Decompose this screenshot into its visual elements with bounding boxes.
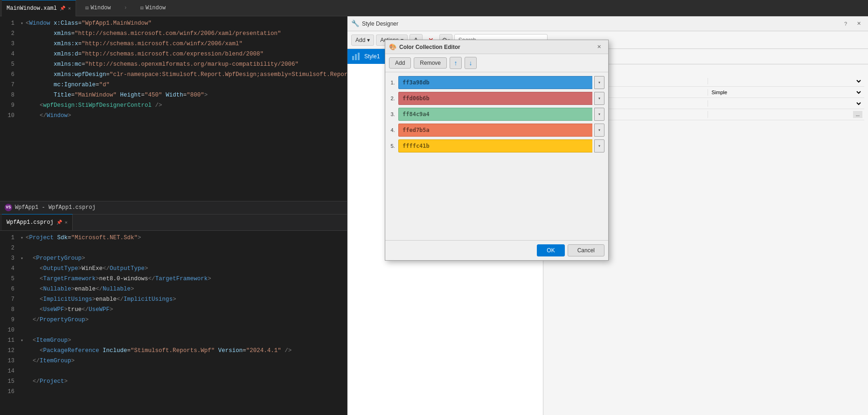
csproj-line-4: 4 ▾ <OutputType>WinExe</OutputType> (0, 263, 347, 274)
xaml-code-editor[interactable]: 1 ▾ <Window x:Class="WpfApp1.MainWindow"… (0, 16, 347, 201)
props-dropdown-e[interactable] (710, 78, 863, 84)
csproj-tab-label: WpfApp1.csproj (7, 219, 54, 226)
color-dropdown-3[interactable]: ▾ (594, 124, 604, 137)
left-panel: 1 ▾ <Window x:Class="WpfApp1.MainWindow"… (0, 16, 347, 415)
csproj-line-9: 9 ▾ </PropertyGroup> (0, 315, 347, 325)
color-remove-label: Remove (420, 60, 441, 66)
add-chevron-icon: ▾ (367, 37, 370, 43)
color-collection-editor: 🎨 Color Collection Editor ✕ Add Remove ↑… (385, 40, 609, 261)
csproj-line-5: 5 ▾ <TargetFramework>net8.0-windows</Tar… (0, 274, 347, 284)
editor-area: 1 ▾ <Window x:Class="WpfApp1.MainWindow"… (0, 16, 868, 415)
top-tab-bar: MainWindow.xaml 📌 ✕ ⊞ Window › ⊞ Window (0, 0, 868, 16)
color-index-4: 5. (389, 143, 396, 149)
props-value-simple: Simple (708, 89, 865, 96)
color-bar-0[interactable]: ff3a98db (398, 76, 592, 89)
style-chart-icon (351, 52, 361, 61)
breadcrumb-separator: › (124, 5, 127, 11)
csproj-line-6: 6 ▾ <Nullable>enable</Nullable> (0, 284, 347, 294)
style-name-0: Style1 (364, 53, 380, 60)
csproj-line-10: 10 ▾ (0, 325, 347, 335)
color-add-btn[interactable]: Add (389, 57, 411, 69)
csproj-line-3: 3 ▾ <PropertyGroup> (0, 253, 347, 263)
color-editor-title: Color Collection Editor (399, 44, 590, 50)
right-panel: 🔧 Style Designer ? ✕ Add ▾ Actions ▾ (347, 16, 868, 415)
color-bar-4[interactable]: ffffc41b (398, 139, 592, 152)
style-designer-title: Style Designer (362, 21, 837, 27)
tab-pin-icon2[interactable]: 📌 (56, 220, 62, 225)
csproj-line-13: 13 ▾ </ItemGroup> (0, 356, 347, 366)
props-value-e (708, 78, 865, 84)
tab-close-csproj[interactable]: ✕ (65, 220, 68, 225)
code-line-2: 2 ▾ xmlns="http://schemas.microsoft.com/… (0, 28, 347, 39)
tab-mainwindow-xaml[interactable]: MainWindow.xaml 📌 ✕ (2, 0, 76, 16)
code-line-5: 5 ▾ xmlns:mc="http://schemas.openxmlform… (0, 59, 347, 69)
style-designer-titlebar: 🔧 Style Designer ? ✕ (347, 16, 868, 31)
color-dropdown-1[interactable]: ▾ (594, 92, 604, 105)
tab-pin-icon[interactable]: 📌 (60, 6, 65, 11)
code-line-8: 8 ▾ Title="MainWindow" Height="450" Widt… (0, 90, 347, 100)
color-up-btn[interactable]: ↑ (450, 57, 462, 69)
color-editor-close-btn[interactable]: ✕ (593, 43, 604, 51)
code-line-10: 10 ▾ </Window> (0, 111, 347, 121)
up-arrow-icon: ↑ (454, 59, 458, 67)
props-dropdown-sh[interactable] (710, 100, 863, 107)
csproj-line-11: 11 ▾ <ItemGroup> (0, 335, 347, 346)
cancel-label: Cancel (577, 247, 595, 254)
code-line-7: 7 ▾ mc:Ignorable="d" (0, 80, 347, 90)
color-editor-titlebar: 🎨 Color Collection Editor ✕ (385, 40, 608, 54)
color-dropdown-2[interactable]: ▾ (594, 108, 604, 121)
window-controls: ? ✕ (840, 20, 864, 28)
csproj-line-2: 2 ▾ (0, 243, 347, 253)
tab-csproj[interactable]: WpfApp1.csproj 📌 ✕ (2, 214, 73, 230)
csproj-line-1: 1 ▾ <Project Sdk="Microsoft.NET.Sdk"> (0, 233, 347, 243)
solution-label: WpfApp1 - WpfApp1.csproj (15, 204, 96, 211)
color-editor-body: 1. ff3a98db ▾ 2. ffd06b6b ▾ 3. (385, 72, 608, 240)
add-button[interactable]: Add ▾ (351, 35, 374, 46)
color-dropdown-4[interactable]: ▾ (594, 139, 604, 152)
csproj-line-8: 8 ▾ <UseWPF>true</UseWPF> (0, 304, 347, 315)
color-index-3: 4. (389, 127, 396, 133)
csproj-line-7: 7 ▾ <ImplicitUsings>enable</ImplicitUsin… (0, 294, 347, 304)
color-hex-4: ffffc41b (403, 143, 430, 149)
color-remove-btn[interactable]: Remove (414, 57, 447, 69)
color-row-2: 3. ff84c9a4 ▾ (389, 108, 604, 121)
color-row-4: 5. ffffc41b ▾ (389, 139, 604, 152)
csproj-code-editor[interactable]: 1 ▾ <Project Sdk="Microsoft.NET.Sdk"> 2 … (0, 231, 347, 415)
csproj-line-16: 16 ▾ (0, 387, 347, 397)
props-dropdown-simple[interactable]: Simple (710, 89, 863, 96)
color-index-0: 1. (389, 80, 396, 85)
breadcrumb-right: ⊞ Window (140, 5, 166, 12)
ok-label: OK (547, 247, 555, 254)
tab-close-icon[interactable]: ✕ (68, 6, 71, 11)
csproj-line-12: 12 ▾ <PackageReference Include="Stimulso… (0, 346, 347, 356)
tab-label: MainWindow.xaml (7, 5, 57, 12)
props-value-ors: ... (708, 111, 865, 118)
solution-explorer-row: VS WpfApp1 - WpfApp1.csproj (0, 201, 347, 214)
color-hex-1: ffd06b6b (403, 95, 430, 102)
color-editor-toolbar: Add Remove ↑ ↓ (385, 54, 608, 72)
color-row-1: 2. ffd06b6b ▾ (389, 92, 604, 105)
svg-rect-1 (355, 54, 357, 60)
cancel-button[interactable]: Cancel (568, 244, 604, 256)
csproj-line-15: 15 ▾ </Project> (0, 376, 347, 387)
svg-rect-2 (358, 53, 360, 60)
csproj-line-14: 14 ▾ (0, 366, 347, 376)
color-hex-2: ff84c9a4 (403, 111, 430, 118)
color-hex-3: ffed7b5a (403, 127, 430, 133)
color-down-btn[interactable]: ↓ (465, 57, 477, 69)
color-hex-0: ff3a98db (403, 79, 430, 86)
close-button[interactable]: ✕ (853, 20, 864, 28)
color-editor-footer: OK Cancel (385, 240, 608, 260)
down-arrow-icon: ↓ (469, 59, 472, 67)
ok-button[interactable]: OK (537, 244, 564, 256)
color-bar-3[interactable]: ffed7b5a (398, 124, 592, 137)
help-button[interactable]: ? (840, 20, 851, 28)
color-bar-2[interactable]: ff84c9a4 (398, 108, 592, 121)
code-line-1: 1 ▾ <Window x:Class="WpfApp1.MainWindow" (0, 18, 347, 28)
color-index-2: 3. (389, 111, 396, 117)
color-dropdown-0[interactable]: ▾ (594, 76, 604, 89)
add-label: Add (355, 37, 365, 43)
ors-edit-btn[interactable]: ... (853, 111, 862, 118)
breadcrumb-left: ⊞ Window (85, 5, 111, 12)
color-bar-1[interactable]: ffd06b6b (398, 92, 592, 105)
